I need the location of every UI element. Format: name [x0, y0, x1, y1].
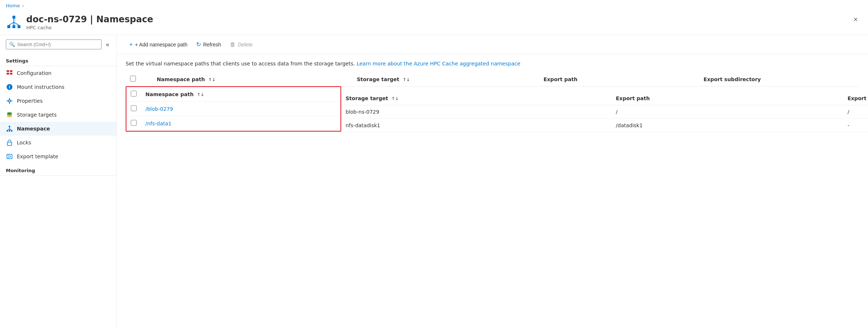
delete-icon: 🗑 — [230, 41, 236, 48]
col4-header: Export subdirectory — [843, 92, 868, 105]
breadcrumb-home[interactable]: Home — [6, 3, 20, 8]
table-row: /nfs-data1 — [126, 116, 340, 131]
svg-rect-24 — [9, 130, 10, 132]
svg-rect-25 — [11, 130, 12, 132]
properties-icon — [6, 97, 13, 105]
properties-label: Properties — [17, 98, 43, 104]
configuration-icon — [6, 69, 13, 77]
search-input[interactable] — [17, 42, 98, 47]
col-header-export-path: Export path — [539, 72, 699, 87]
export-template-icon — [6, 153, 13, 160]
search-area: 🔍 « — [0, 35, 117, 54]
settings-section-label: Settings — [0, 54, 117, 66]
row-1-namespace-link[interactable]: /blob-0279 — [145, 106, 173, 112]
mount-instructions-label: Mount instructions — [17, 84, 64, 90]
refresh-icon: ↻ — [196, 41, 201, 48]
svg-rect-9 — [10, 70, 12, 72]
toolbar: + + Add namespace path ↻ Refresh 🗑 Delet… — [117, 35, 868, 54]
header-checkbox-inside[interactable] — [131, 91, 137, 97]
sidebar-item-storage-targets[interactable]: Storage targets — [0, 108, 117, 122]
svg-rect-8 — [7, 70, 9, 72]
add-namespace-path-button[interactable]: + + Add namespace path — [126, 39, 191, 50]
highlighted-table: Namespace path ↑↓ /blob-0279 — [126, 87, 340, 131]
export-template-label: Export template — [17, 154, 58, 159]
select-all-checkbox[interactable] — [130, 76, 136, 82]
row-1-checkbox[interactable] — [131, 105, 137, 111]
close-button[interactable]: × — [852, 14, 859, 24]
delete-label: Delete — [238, 42, 252, 48]
monitoring-section-label: Monitoring — [0, 163, 117, 176]
breadcrumb-separator: › — [22, 3, 24, 8]
configuration-label: Configuration — [17, 70, 52, 76]
row-1-export-subdir: / — [843, 105, 868, 119]
svg-rect-1 — [7, 25, 10, 28]
sidebar-item-locks[interactable]: Locks — [0, 136, 117, 150]
svg-rect-23 — [7, 130, 8, 132]
namespace-label: Namespace — [17, 126, 50, 132]
svg-rect-10 — [7, 73, 9, 75]
row-1-export-path: / — [612, 105, 843, 119]
row-2-storage: nfs-datadisk1 — [341, 119, 612, 132]
header-checkbox-cell — [126, 72, 152, 87]
namespace-table: Namespace path ↑↓ Storage target ↑↓ Expo… — [126, 72, 859, 87]
table-row: blob-ns-0729 / / — [341, 105, 868, 119]
col-header-namespace-path[interactable]: Namespace path ↑↓ — [152, 72, 353, 87]
add-icon: + — [129, 41, 133, 48]
sidebar: 🔍 « Settings Configuration — [0, 35, 117, 329]
table-row: /blob-0279 — [126, 102, 340, 116]
svg-line-5 — [9, 22, 14, 25]
learn-more-link[interactable]: Learn more about the Azure HPC Cache agg… — [357, 61, 520, 67]
locks-icon — [6, 139, 13, 146]
refresh-button[interactable]: ↻ Refresh — [193, 39, 225, 50]
breadcrumb: Home › — [0, 0, 868, 11]
refresh-label: Refresh — [203, 42, 221, 48]
page-subtitle: HPC cache — [26, 25, 153, 30]
svg-point-14 — [8, 100, 11, 102]
table-row: nfs-datadisk1 /datadisk1 - — [341, 119, 868, 132]
delete-button[interactable]: 🗑 Delete — [226, 39, 256, 50]
add-namespace-path-label: + Add namespace path — [135, 42, 187, 48]
row-2-namespace-link[interactable]: /nfs-data1 — [145, 121, 171, 126]
namespace-sidebar-icon — [6, 125, 13, 132]
svg-rect-30 — [7, 142, 12, 145]
highlighted-header-row: Namespace path ↑↓ — [126, 87, 340, 102]
sidebar-item-mount-instructions[interactable]: i Mount instructions — [0, 80, 117, 94]
svg-rect-11 — [10, 73, 12, 75]
sidebar-item-configuration[interactable]: Configuration — [0, 66, 117, 80]
row-2-export-path: /datadisk1 — [612, 119, 843, 132]
row-2-checkbox[interactable] — [131, 120, 137, 126]
table-wrap: Namespace path ↑↓ Storage target ↑↓ Expo… — [117, 72, 868, 132]
svg-point-21 — [7, 115, 12, 117]
description-bar: Set the virtual namespace paths that cli… — [117, 54, 868, 72]
description-text: Set the virtual namespace paths that cli… — [126, 61, 355, 67]
svg-rect-31 — [7, 154, 12, 159]
full-data-table: Storage target ↑↓ Export path Export sub… — [341, 92, 868, 132]
svg-line-27 — [7, 129, 9, 130]
sort-icon-storage: ↑↓ — [403, 77, 410, 82]
svg-rect-22 — [9, 126, 10, 127]
svg-rect-0 — [12, 16, 15, 19]
storage-targets-label: Storage targets — [17, 112, 57, 118]
namespace-icon — [6, 14, 22, 30]
search-icon: 🔍 — [9, 42, 15, 47]
col2-header[interactable]: Storage target ↑↓ — [341, 92, 612, 105]
content-area: + + Add namespace path ↻ Refresh 🗑 Delet… — [117, 35, 868, 329]
locks-label: Locks — [17, 140, 31, 145]
svg-line-7 — [14, 22, 19, 25]
page-header: doc-ns-0729 | Namespace HPC cache × — [0, 11, 868, 35]
svg-line-29 — [9, 129, 12, 130]
mount-instructions-icon: i — [6, 83, 13, 91]
page-title: doc-ns-0729 | Namespace — [26, 14, 153, 25]
svg-text:i: i — [9, 85, 10, 90]
sidebar-item-export-template[interactable]: Export template — [0, 150, 117, 163]
storage-targets-icon — [6, 111, 13, 118]
sidebar-item-properties[interactable]: Properties — [0, 94, 117, 108]
svg-rect-2 — [12, 25, 15, 28]
collapse-sidebar-button[interactable]: « — [104, 40, 111, 49]
col-header-storage-target[interactable]: Storage target ↑↓ — [353, 72, 539, 87]
svg-rect-3 — [18, 25, 20, 28]
row-2-export-subdir: - — [843, 119, 868, 132]
sidebar-item-namespace[interactable]: Namespace — [0, 122, 117, 136]
col3-header: Export path — [612, 92, 843, 105]
search-input-wrap[interactable]: 🔍 — [6, 39, 102, 49]
